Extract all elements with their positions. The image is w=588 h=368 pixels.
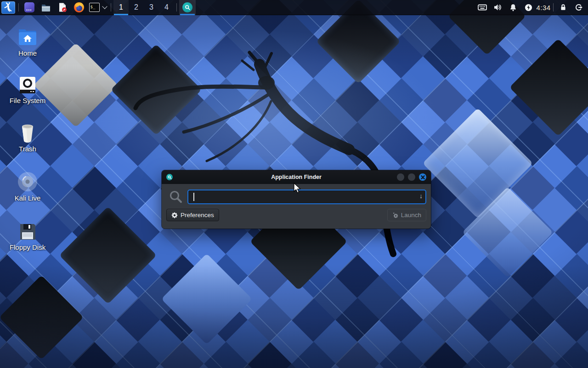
maximize-button[interactable] [408, 173, 415, 181]
clock[interactable]: 4:34 [536, 0, 551, 15]
search-input[interactable] [187, 190, 426, 204]
workspace-2-button[interactable]: 2 [129, 0, 144, 15]
desktop-icon-label: Floppy Disk [10, 243, 45, 251]
workspace-1-button[interactable]: 1 [113, 0, 129, 15]
firefox-icon [74, 2, 84, 12]
desktop-icon-floppy-disk[interactable]: Floppy Disk [0, 219, 55, 251]
preferences-button[interactable]: Preferences [166, 209, 219, 221]
volume-indicator[interactable] [490, 0, 506, 15]
workspace-3-button[interactable]: 3 [144, 0, 159, 15]
window-title: Application Finder [162, 174, 431, 180]
close-icon [421, 175, 425, 179]
power-manager-indicator[interactable] [520, 0, 536, 15]
application-finder-window: Application Finder ↓ Preference [162, 170, 431, 229]
panel-separator [111, 3, 111, 12]
file-system-drive-icon [18, 76, 37, 94]
titlebar[interactable]: Application Finder [162, 170, 431, 184]
minimize-button[interactable] [397, 173, 404, 181]
launch-button[interactable]: Launch [387, 209, 426, 221]
document-edit-icon [57, 2, 68, 12]
panel-separator [553, 3, 554, 12]
home-folder-icon [17, 28, 38, 47]
bell-icon [509, 4, 517, 12]
desktop-icon-kali-live[interactable]: Kali Live [0, 170, 55, 202]
logout-icon [575, 3, 583, 12]
power-bolt-icon [525, 4, 532, 12]
launch-gear-icon [392, 212, 398, 218]
keyboard-icon [478, 4, 487, 11]
launcher-file-manager[interactable] [38, 0, 54, 15]
trash-icon [18, 123, 37, 143]
applications-menu-button[interactable] [0, 0, 16, 15]
lock-icon [560, 4, 567, 11]
launch-label: Launch [401, 212, 421, 218]
workspace-4-button[interactable]: 4 [159, 0, 174, 15]
logout-button[interactable] [571, 0, 587, 15]
desktop-icon-home[interactable]: Home [0, 25, 55, 57]
desktop-icon-label: File System [10, 97, 45, 104]
close-button[interactable] [419, 173, 426, 181]
mouse-cursor [293, 183, 302, 194]
chevron-down-icon [102, 4, 107, 9]
appfinder-launcher-button[interactable] [179, 0, 196, 15]
purple-window-icon: ••• [24, 2, 34, 12]
launcher-app-window[interactable]: ••• [21, 0, 38, 15]
input-dropdown-arrow[interactable]: ↓ [419, 192, 423, 200]
keyboard-indicator[interactable] [475, 0, 490, 15]
kali-menu-icon [3, 2, 13, 12]
floppy-disk-icon [18, 223, 37, 241]
panel-separator [18, 3, 19, 12]
desktop-icon-label: Kali Live [15, 194, 41, 202]
system-tray: 4:34 [475, 0, 588, 15]
desktop-icon-label: Trash [19, 145, 36, 153]
launcher-terminal[interactable]: $_ [87, 0, 101, 15]
preferences-label: Preferences [181, 212, 214, 218]
folder-icon [41, 2, 51, 12]
search-icon [169, 190, 183, 204]
volume-icon [494, 4, 502, 11]
launcher-firefox[interactable] [71, 0, 87, 15]
text-caret [193, 193, 194, 201]
desktop-icon-label: Home [18, 49, 37, 57]
search-icon [185, 5, 191, 11]
desktop-icon-trash[interactable]: Trash [0, 121, 55, 153]
optical-disc-icon [17, 172, 38, 192]
terminal-icon: $_ [89, 3, 100, 12]
gear-icon [171, 212, 178, 218]
top-panel: ••• $_ 1 2 3 4 [0, 0, 588, 15]
panel-separator [176, 3, 177, 12]
launcher-group-dropdown[interactable] [101, 0, 108, 15]
lock-screen-button[interactable] [556, 0, 571, 15]
launcher-text-editor[interactable] [54, 0, 71, 15]
desktop-icon-file-system[interactable]: File System [0, 72, 55, 104]
notifications-indicator[interactable] [506, 0, 520, 15]
